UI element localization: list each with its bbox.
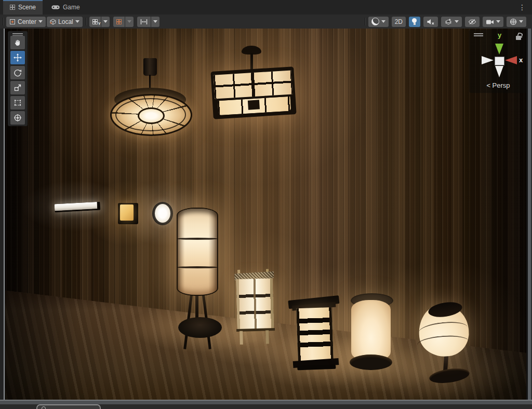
floor-lamp-shade <box>177 208 218 296</box>
pivot-mode-button[interactable]: Center <box>6 17 46 27</box>
gizmo-negative-x-cone[interactable] <box>482 56 494 64</box>
gizmos-button[interactable] <box>507 17 526 27</box>
gizmo-x-axis-cone[interactable] <box>505 56 517 64</box>
unlock-icon[interactable] <box>516 36 521 40</box>
toolbar-separator <box>86 18 86 25</box>
move-tool-button[interactable] <box>10 51 25 64</box>
move-icon <box>14 53 22 62</box>
chevron-down-icon <box>153 20 157 23</box>
audio-muted-icon <box>427 19 435 25</box>
gizmo-y-label[interactable]: y <box>498 31 501 39</box>
grid-axis-letter: Y <box>98 21 100 26</box>
square-wall-lamp[interactable] <box>118 203 138 224</box>
chevron-down-icon <box>455 20 459 23</box>
chevron-down-icon <box>496 20 500 23</box>
grid-axis-icon: Y <box>92 19 98 24</box>
chevron-down-icon <box>381 20 385 23</box>
camera-icon <box>486 19 494 25</box>
orientation-mode-button[interactable]: Local <box>47 17 83 27</box>
snap-increment-dropdown[interactable] <box>151 17 159 27</box>
audio-toggle[interactable] <box>423 17 438 27</box>
chevron-down-icon <box>127 20 131 23</box>
round-wall-lamp-glow <box>155 204 170 223</box>
projection-toggle[interactable]: < Persp <box>469 81 526 89</box>
grid-visibility-button[interactable]: Y <box>89 17 101 27</box>
transform-tool-button[interactable] <box>10 111 25 125</box>
hand-icon <box>14 38 22 47</box>
floor-lamp-frame-band <box>177 238 218 240</box>
pivot-icon <box>9 19 16 25</box>
gizmo-drag-handle[interactable] <box>474 33 483 34</box>
black-frame-lantern[interactable] <box>290 295 341 371</box>
lightbulb-icon <box>412 18 417 25</box>
gizmo-x-label[interactable]: x <box>519 56 523 64</box>
tab-bar: Scene Game ⋮ <box>0 0 532 15</box>
chevron-down-icon <box>75 20 79 23</box>
grid-snap-icon <box>116 19 122 24</box>
grid-visibility-dropdown[interactable] <box>101 17 110 27</box>
chevron-down-icon <box>519 20 523 23</box>
floor-lamp-frame-band <box>177 266 218 268</box>
gizmo-center-cube[interactable] <box>495 57 504 65</box>
scale-icon <box>14 84 22 92</box>
tab-overflow-menu[interactable]: ⋮ <box>517 2 527 13</box>
grid-snapping-button[interactable] <box>113 17 125 27</box>
round-wall-lamp[interactable] <box>152 202 173 225</box>
camera-settings-button[interactable] <box>483 17 503 27</box>
wood-frame-lantern[interactable] <box>234 272 277 346</box>
pendant-body <box>210 66 296 119</box>
shading-mode-button[interactable] <box>368 17 389 27</box>
pivot-mode-label: Center <box>18 18 36 25</box>
view-tool-button[interactable] <box>10 36 25 49</box>
cylinder-lamp-glow-body <box>351 300 391 361</box>
rect-icon <box>14 99 22 107</box>
gizmos-globe-icon <box>510 18 517 25</box>
scene-grid-icon <box>10 5 15 10</box>
shading-sphere-icon <box>371 18 379 25</box>
scene-lighting-toggle[interactable] <box>409 17 420 27</box>
cylinder-floor-lamp[interactable] <box>350 293 392 370</box>
shade-table-lamp[interactable] <box>415 303 473 385</box>
scene-visibility-toggle[interactable] <box>465 17 480 27</box>
window-edge-left <box>0 29 5 400</box>
pendant-core-silhouette <box>248 100 260 110</box>
rect-tool-button[interactable] <box>10 96 25 110</box>
toolbar-separator <box>365 18 365 25</box>
scale-tool-button[interactable] <box>10 81 25 94</box>
lantern-leg <box>240 331 243 345</box>
chevron-down-icon <box>38 20 43 23</box>
window-edge-right[interactable] <box>526 29 532 400</box>
grid-snapping-dropdown[interactable] <box>125 17 134 27</box>
scene-viewport[interactable]: y x < Persp <box>5 29 526 400</box>
toggle-2d-button[interactable]: 2D <box>392 17 406 27</box>
pendant-side-panels <box>214 70 293 99</box>
rotate-icon <box>14 69 22 77</box>
orientation-gizmo: y x < Persp <box>469 30 526 93</box>
lantern-base-step <box>297 365 336 371</box>
tab-game-label: Game <box>63 4 80 11</box>
orientation-mode-label: Local <box>58 18 73 25</box>
gizmo-negative-y-cone[interactable] <box>495 66 503 77</box>
snap-increment-button[interactable] <box>137 17 151 27</box>
tab-game[interactable]: Game <box>45 0 87 15</box>
toolbar-separator <box>3 18 3 25</box>
tool-palette <box>8 31 28 126</box>
tab-scene[interactable]: Scene <box>3 0 43 15</box>
snap-increment-icon <box>140 19 148 25</box>
lantern-shoji-body <box>236 278 274 331</box>
palette-drag-handle[interactable] <box>12 33 23 34</box>
effects-toggle-button[interactable] <box>441 17 462 27</box>
square-wall-lamp-glow <box>120 204 134 221</box>
rotate-tool-button[interactable] <box>10 66 25 79</box>
eye-slash-icon <box>468 19 476 25</box>
gamepad-icon <box>51 5 60 10</box>
cylinder-lamp-base <box>350 355 392 370</box>
floor-lamp-base <box>178 317 222 338</box>
pendant-center-panel <box>138 107 165 124</box>
lantern-leg <box>265 330 269 344</box>
gizmo-y-axis-cone[interactable] <box>495 44 503 54</box>
partial-bottom-button[interactable] <box>36 404 101 409</box>
table-lamp-base <box>429 366 471 386</box>
lantern-shoji-body <box>296 307 334 361</box>
cube-icon <box>50 19 56 25</box>
